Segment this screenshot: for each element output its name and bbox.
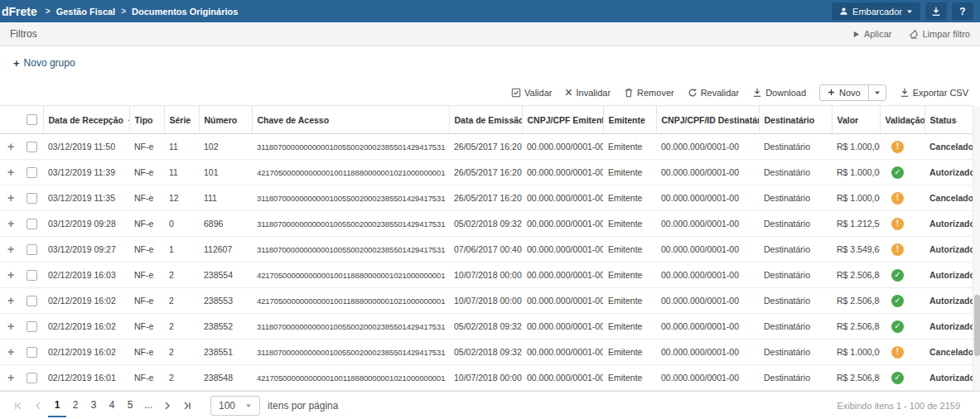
table-row: + 03/12/2019 11:50 NF-e 11 102 311807000… — [0, 134, 973, 160]
remove-button[interactable]: Remover — [624, 88, 674, 98]
row-checkbox[interactable] — [27, 193, 37, 204]
download-rows-button[interactable]: Download — [752, 88, 806, 98]
page-button-2[interactable]: 2 — [66, 394, 84, 417]
row-checkbox[interactable] — [27, 219, 37, 229]
cell-status: Autorizado — [924, 314, 973, 340]
download-header-button[interactable] — [925, 2, 947, 20]
cell-status: Cancelado — [924, 134, 973, 160]
cell-data-emissao: 05/02/2018 09:32 — [449, 314, 522, 340]
select-all-checkbox[interactable] — [27, 114, 37, 125]
cell-tipo: NF-e — [129, 237, 164, 262]
column-header-validacao[interactable]: Validação — [880, 106, 924, 134]
cell-emitente: Emitente — [603, 314, 656, 340]
column-header-cnpj-destinatario[interactable]: CNPJ/CPF/ID Destinatário — [656, 106, 759, 134]
column-header-emitente[interactable]: Emitente — [603, 106, 656, 134]
validation-icon: ! — [891, 218, 904, 230]
cell-chave-acesso: 3118070000000000010055002000238550142941… — [252, 185, 449, 211]
validate-button[interactable]: Validar — [511, 88, 552, 98]
page-button-4[interactable]: 4 — [103, 394, 121, 417]
expand-row-button[interactable]: + — [7, 140, 14, 153]
expand-row-button[interactable]: + — [7, 268, 14, 282]
filters-title: Filtros — [10, 28, 37, 40]
cell-data-recepcao: 02/12/2019 16:02 — [43, 314, 129, 340]
page-size-value: 100 — [219, 400, 235, 412]
expand-row-button[interactable]: + — [7, 294, 14, 307]
apply-filter-button[interactable]: Aplicar — [852, 29, 892, 39]
breadcrumb-gestao-fiscal[interactable]: Gestão Fiscal — [56, 7, 116, 17]
new-document-dropdown-button[interactable] — [868, 85, 886, 100]
new-group-button[interactable]: + Novo grupo — [13, 57, 75, 70]
new-document-split-button: Novo — [819, 84, 886, 101]
expand-row-button[interactable]: + — [7, 243, 14, 256]
cell-numero: 238548 — [199, 365, 252, 391]
column-header-data-emissao[interactable]: Data de Emissão — [449, 106, 522, 134]
row-checkbox[interactable] — [27, 347, 37, 358]
column-header-destinatario[interactable]: Destinatário — [759, 106, 832, 134]
cell-cnpj-emitente: 00.000.000/0001-00 — [522, 134, 603, 160]
table-body: + 03/12/2019 11:50 NF-e 11 102 311807000… — [0, 134, 973, 391]
scrollbar-thumb[interactable] — [974, 295, 980, 356]
row-checkbox[interactable] — [27, 373, 37, 383]
row-checkbox[interactable] — [27, 270, 37, 281]
cell-chave-acesso: 3118070000000000010055002000238550142941… — [252, 211, 449, 237]
cell-chave-acesso: 3118070000000000010055002000238550142941… — [252, 134, 449, 160]
column-header-valor[interactable]: Valor — [832, 106, 880, 134]
cell-cnpj-destinatario: 00.000.000/0001-00 — [656, 185, 759, 211]
first-page-button[interactable] — [8, 396, 28, 416]
vertical-scrollbar[interactable] — [973, 106, 980, 391]
invalidate-button[interactable]: Invalidar — [565, 88, 611, 98]
prev-page-button[interactable] — [28, 396, 48, 416]
row-checkbox[interactable] — [27, 167, 37, 178]
expand-row-button[interactable]: + — [7, 166, 14, 179]
pager-info: Exibindo itens 1 - 100 de 2159 — [837, 401, 972, 411]
next-page-button[interactable] — [157, 396, 177, 416]
cell-status: Autorizado — [924, 160, 973, 185]
app-logo[interactable]: dFrete — [0, 5, 46, 18]
table-row: + 02/12/2019 16:02 NF-e 2 238551 3118070… — [0, 340, 973, 365]
new-group-label: Novo grupo — [24, 57, 75, 69]
x-icon — [565, 89, 572, 96]
page-size-select[interactable]: 100 — [210, 396, 260, 416]
column-header-status[interactable]: Status — [924, 106, 973, 134]
cell-tipo: NF-e — [129, 134, 164, 160]
new-document-button[interactable]: Novo — [820, 85, 868, 100]
expand-row-button[interactable]: + — [7, 191, 14, 205]
breadcrumb-documentos-originarios[interactable]: Documentos Originários — [132, 7, 238, 17]
page-button-more[interactable]: ... — [139, 394, 157, 417]
row-checkbox[interactable] — [27, 142, 37, 152]
cell-tipo: NF-e — [129, 314, 164, 340]
revalidate-button[interactable]: Revalidar — [688, 88, 739, 98]
row-checkbox[interactable] — [27, 244, 37, 255]
cell-cnpj-destinatario: 00.000.000/0001-00 — [656, 288, 759, 314]
clear-filter-button[interactable]: Limpar filtro — [909, 29, 970, 39]
column-header-chave-acesso[interactable]: Chave de Acesso — [252, 106, 449, 134]
page-button-3[interactable]: 3 — [84, 394, 103, 417]
chevron-down-icon — [245, 402, 252, 409]
expand-row-button[interactable]: + — [7, 320, 14, 333]
cell-serie: 1 — [164, 237, 199, 262]
cell-serie: 2 — [164, 288, 199, 314]
cell-data-emissao: 26/05/2017 16:20 — [449, 134, 522, 160]
expand-row-button[interactable]: + — [7, 345, 14, 359]
expand-row-button[interactable]: + — [7, 371, 14, 384]
column-header-serie[interactable]: Série — [164, 106, 199, 134]
column-header-tipo[interactable]: Tipo — [129, 106, 164, 134]
cell-destinatario: Destinatário — [759, 288, 832, 314]
column-header-data-recepcao[interactable]: Data de Recepção — [43, 106, 129, 134]
expand-row-button[interactable]: + — [7, 217, 14, 230]
last-page-button[interactable] — [177, 396, 197, 416]
table-row: + 03/12/2019 11:39 NF-e 11 101 421705000… — [0, 160, 973, 185]
table-row: + 03/12/2019 09:27 NF-e 1 112607 3118070… — [0, 237, 973, 262]
filters-actions: Aplicar Limpar filtro — [852, 29, 970, 39]
page-button-1[interactable]: 1 — [48, 394, 66, 417]
cell-emitente: Emitente — [603, 237, 656, 262]
column-header-cnpj-emitente[interactable]: CNPJ/CPF Emitente — [522, 106, 603, 134]
row-checkbox[interactable] — [27, 321, 37, 332]
export-csv-button[interactable]: Exportar CSV — [900, 88, 968, 98]
column-header-numero[interactable]: Número — [199, 106, 252, 134]
user-menu-button[interactable]: Embarcador — [832, 2, 920, 20]
page-button-5[interactable]: 5 — [121, 394, 139, 417]
row-checkbox[interactable] — [27, 296, 37, 306]
cell-cnpj-emitente: 00.000.000/0001-00 — [522, 262, 603, 288]
help-button[interactable]: ? — [952, 2, 973, 20]
